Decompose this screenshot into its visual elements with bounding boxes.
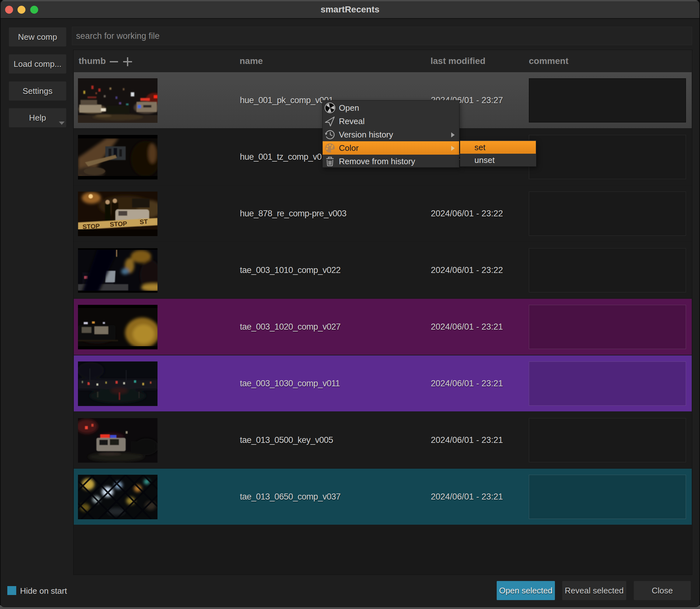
svg-text:ST: ST bbox=[139, 218, 148, 225]
svg-text:STOP: STOP bbox=[110, 220, 127, 228]
svg-text:STOP: STOP bbox=[83, 222, 100, 230]
